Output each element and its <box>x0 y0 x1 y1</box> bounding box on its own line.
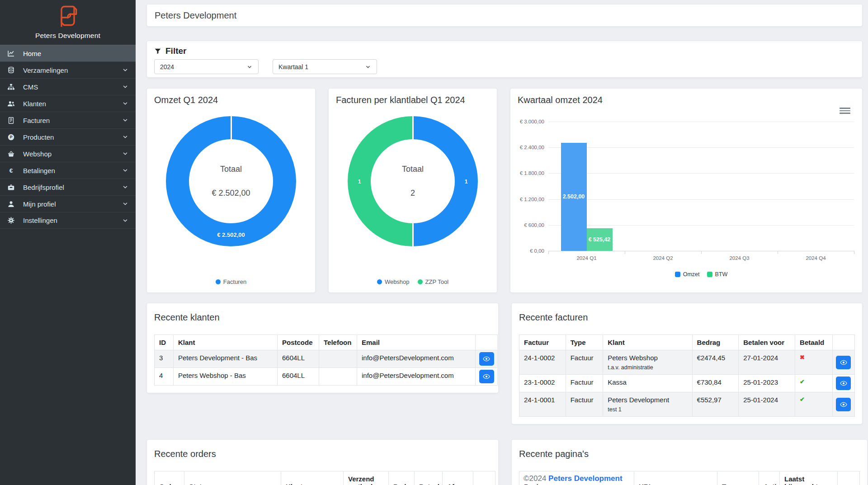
sidebar-item-label: CMS <box>23 83 38 91</box>
y-axis-tick-label: € 0,00 <box>530 248 544 254</box>
bar-plot-area: € 3.000,00€ 2.400,00€ 1.800,00€ 1.200,00… <box>548 122 854 251</box>
page-title: Peters Development <box>155 10 236 21</box>
actions-cell <box>832 350 854 375</box>
column-header: Order <box>155 471 184 485</box>
column-header: Type <box>717 471 759 485</box>
chart-title: Omzet Q1 2024 <box>154 95 308 105</box>
x-axis-category-label: 2024 Q2 <box>653 255 673 261</box>
chevron-down-icon <box>122 84 128 90</box>
column-header: Email <box>357 335 476 350</box>
column-header: Verzend methode <box>344 471 389 485</box>
copyright-footer: ©2024 Peters Development <box>524 474 623 483</box>
actions-cell <box>832 375 854 392</box>
recente-klanten-table: IDKlantPostcodeTelefoonEmail3Peters Deve… <box>154 334 498 386</box>
euro-icon: € <box>7 167 19 174</box>
bar-chart-kwartaal-omzet: Kwartaal omzet 2024 € 3.000,00€ 2.400,00… <box>510 89 862 292</box>
table-cell: 6604LL <box>278 368 319 386</box>
chevron-down-icon <box>122 67 128 73</box>
legend-item[interactable]: ZZP Tool <box>418 278 449 285</box>
users-icon <box>7 100 19 108</box>
view-button[interactable] <box>836 356 851 369</box>
chevron-down-icon <box>122 117 128 123</box>
table-row: 4Peters Webshop - Bas6604LLinfo@PetersDe… <box>155 368 498 386</box>
footer-brand-link[interactable]: Peters Development <box>548 474 622 483</box>
view-button[interactable] <box>836 377 851 390</box>
table-cell: Factuur <box>566 375 603 392</box>
table-cell: 4 <box>155 368 174 386</box>
legend-dot-icon <box>418 279 423 284</box>
sidebar-item-label: Instellingen <box>23 217 57 224</box>
chevron-down-icon <box>122 167 128 174</box>
donut-ring: Totaal211 <box>348 116 478 246</box>
quarter-select[interactable]: Kwartaal 1 <box>273 59 377 74</box>
column-header: Bedrag <box>692 335 739 350</box>
legend-item[interactable]: BTW <box>707 271 728 278</box>
column-header: Bedrag <box>389 471 415 485</box>
filter-card: Filter 2024 Kwartaal 1 <box>147 41 862 77</box>
y-axis-tick-label: € 2.400,00 <box>520 145 544 150</box>
table-cell: 25-01-2023 <box>739 375 795 392</box>
filter-title: Filter <box>154 46 855 56</box>
view-button[interactable] <box>836 398 851 411</box>
page-header: Peters Development <box>147 5 862 26</box>
actions-cell <box>832 392 854 417</box>
table-cell: Factuur <box>566 392 603 417</box>
sidebar-item-betalingen[interactable]: €Betalingen <box>0 162 136 179</box>
y-axis-tick-label: € 1.200,00 <box>520 197 544 202</box>
sidebar-menu: HomeVerzamelingenCMSKlantenFacturenPProd… <box>0 45 136 229</box>
table-row: 23-1-0002FactuurKassa€730,8425-01-2023✔ <box>519 375 855 392</box>
year-select[interactable]: 2024 <box>154 59 259 74</box>
sidebar-item-bedrijfsprofiel[interactable]: Bedrijfsprofiel <box>0 179 136 195</box>
chart-line-icon <box>7 50 19 57</box>
legend-dot-icon <box>377 279 382 284</box>
donut-center-label: Totaal2 <box>371 139 455 223</box>
table-cell: Factuur <box>566 350 603 375</box>
brand-name: Peters Development <box>0 32 136 40</box>
table-cell: Peters Developmenttest 1 <box>603 392 692 417</box>
file-invoice-icon <box>7 117 19 124</box>
view-button[interactable] <box>479 352 494 366</box>
bar-value-label: 2.502,00 <box>563 193 585 200</box>
donut-slice-label: 1 <box>358 178 361 185</box>
eye-icon <box>840 401 847 408</box>
column-header: Klant <box>174 335 278 350</box>
table-cell: Peters Development - Bas <box>174 350 278 368</box>
legend-item[interactable]: Webshop <box>377 278 410 285</box>
sidebar-item-instellingen[interactable]: Instellingen <box>0 212 136 229</box>
logo-area: Peters Development <box>0 0 136 44</box>
chart-legend: WebshopZZP Tool <box>329 278 497 285</box>
table-cell <box>319 368 357 386</box>
sidebar-item-webshop[interactable]: Webshop <box>0 145 136 162</box>
donut-ring: Totaal€ 2.502,00€ 2.502,00 <box>166 116 296 246</box>
x-axis-category-label: 2024 Q1 <box>576 255 596 261</box>
sidebar-item-label: Verzamelingen <box>23 66 68 74</box>
column-header: Actief <box>759 471 780 485</box>
view-button[interactable] <box>479 370 494 383</box>
column-header: Laatst bijgewerkt <box>780 471 838 485</box>
legend-dot-icon <box>216 279 221 284</box>
sidebar-item-verzamelingen[interactable]: Verzamelingen <box>0 61 136 78</box>
sidebar-item-label: Betalingen <box>23 167 55 174</box>
sidebar-item-label: Klanten <box>23 100 46 108</box>
svg-text:€: € <box>9 167 13 174</box>
chart-context-menu-button[interactable] <box>840 108 850 115</box>
table-title: Recente facturen <box>519 312 855 323</box>
svg-text:P: P <box>10 135 13 139</box>
column-header: Betaald <box>415 471 443 485</box>
column-header: Klant <box>603 335 692 350</box>
column-header: Factuur <box>519 335 566 350</box>
sidebar-item-cms[interactable]: CMS <box>0 78 136 95</box>
column-header <box>838 471 860 485</box>
chart-title: Facturen per klantlabel Q1 2024 <box>336 95 490 105</box>
legend-item[interactable]: Omzet <box>675 271 700 278</box>
sidebar-item-klanten[interactable]: Klanten <box>0 95 136 112</box>
gear-icon <box>7 217 19 224</box>
column-header: Status <box>184 471 281 485</box>
sidebar-item-facturen[interactable]: Facturen <box>0 112 136 128</box>
sidebar-item-mijn-profiel[interactable]: Mijn profiel <box>0 195 136 212</box>
quarter-select-value: Kwartaal 1 <box>278 63 308 71</box>
y-axis-tick-label: € 1.800,00 <box>520 170 544 176</box>
sidebar-item-home[interactable]: Home <box>0 45 136 61</box>
legend-item[interactable]: Facturen <box>216 278 246 285</box>
sidebar-item-producten[interactable]: PProducten <box>0 128 136 145</box>
